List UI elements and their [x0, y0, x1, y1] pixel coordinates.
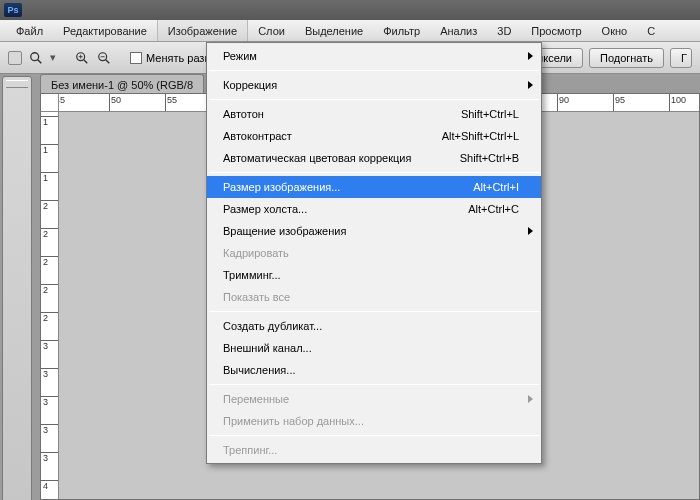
menu-выделение[interactable]: Выделение — [295, 20, 373, 41]
resize-windows-checkbox[interactable]: Менять разме — [130, 52, 218, 64]
menu-item[interactable]: Тримминг... — [207, 264, 541, 286]
menu-item[interactable]: Размер холста...Alt+Ctrl+C — [207, 198, 541, 220]
toolbox-grip[interactable] — [6, 80, 28, 88]
menu-item[interactable]: Создать дубликат... — [207, 315, 541, 337]
toolbox — [2, 76, 32, 500]
truncated-button-label: Г — [681, 52, 687, 64]
ruler-v-label: 4 — [43, 481, 48, 491]
tool-brush[interactable] — [5, 258, 29, 280]
fit-screen-label: Подогнать — [600, 52, 653, 64]
menu-item[interactable]: АвтоконтрастAlt+Shift+Ctrl+L — [207, 125, 541, 147]
ruler-h-label: 45 — [59, 95, 65, 105]
menu-item-label: Внешний канал... — [223, 342, 519, 354]
tool-marquee[interactable] — [5, 114, 29, 136]
menu-item[interactable]: Режим — [207, 45, 541, 67]
menu-image-dropdown: РежимКоррекцияАвтотонShift+Ctrl+LАвтокон… — [206, 42, 542, 464]
ruler-v-label: 1 — [43, 117, 48, 127]
menu-окно[interactable]: Окно — [592, 20, 638, 41]
menu-слои[interactable]: Слои — [248, 20, 295, 41]
menu-item-shortcut: Shift+Ctrl+L — [461, 108, 519, 120]
menu-bar: ФайлРедактированиеИзображениеСлоиВыделен… — [0, 20, 700, 42]
ruler-v-label: 3 — [43, 453, 48, 463]
menu-separator — [209, 384, 539, 385]
menu-item: Показать все — [207, 286, 541, 308]
ruler-v-label: 3 — [43, 369, 48, 379]
ruler-v-label: 2 — [43, 285, 48, 295]
menu-item-label: Вращение изображения — [223, 225, 519, 237]
menu-item-label: Треппинг... — [223, 444, 519, 456]
menu-изображение[interactable]: Изображение — [157, 20, 248, 41]
menu-item-shortcut: Shift+Ctrl+B — [460, 152, 519, 164]
tool-gradient[interactable] — [5, 354, 29, 376]
menu-separator — [209, 311, 539, 312]
menu-item: Применить набор данных... — [207, 410, 541, 432]
ruler-h-label: 95 — [615, 95, 625, 105]
menu-3d[interactable]: 3D — [487, 20, 521, 41]
menu-фильтр[interactable]: Фильтр — [373, 20, 430, 41]
svg-point-0 — [31, 52, 39, 60]
menu-item-label: Коррекция — [223, 79, 519, 91]
menu-item-label: Размер изображения... — [223, 181, 461, 193]
zoom-out-icon[interactable] — [96, 50, 112, 66]
menu-item[interactable]: АвтотонShift+Ctrl+L — [207, 103, 541, 125]
fit-screen-button[interactable]: Подогнать — [589, 48, 664, 68]
ruler-v-label: 1 — [43, 173, 48, 183]
ruler-corner — [41, 94, 59, 112]
document-tab[interactable]: Без имени-1 @ 50% (RGB/8 — [40, 74, 204, 94]
svg-line-3 — [84, 59, 88, 63]
tool-type[interactable] — [5, 450, 29, 472]
menu-item[interactable]: Автоматическая цветовая коррекцияShift+C… — [207, 147, 541, 169]
tool-dodge[interactable] — [5, 402, 29, 424]
tool-blur[interactable] — [5, 378, 29, 400]
ruler-v-label: 2 — [43, 201, 48, 211]
tool-crop[interactable] — [5, 186, 29, 208]
menu-item-label: Показать все — [223, 291, 519, 303]
ruler-v-label: 3 — [43, 341, 48, 351]
menu-separator — [209, 70, 539, 71]
menu-item: Треппинг... — [207, 439, 541, 461]
menu-item: Кадрировать — [207, 242, 541, 264]
menu-просмотр[interactable]: Просмотр — [521, 20, 591, 41]
ruler-h-label: 100 — [671, 95, 686, 105]
menu-item-label: Размер холста... — [223, 203, 456, 215]
ruler-vertical[interactable]: 111222223333344 — [41, 112, 59, 499]
truncated-button[interactable]: Г — [670, 48, 692, 68]
menu-item-shortcut: Alt+Shift+Ctrl+L — [442, 130, 519, 142]
menu-item[interactable]: Коррекция — [207, 74, 541, 96]
tool-history-brush[interactable] — [5, 306, 29, 328]
menu-редактирование[interactable]: Редактирование — [53, 20, 157, 41]
svg-line-1 — [38, 59, 42, 63]
tool-pen[interactable] — [5, 426, 29, 448]
app-badge: Ps — [4, 3, 22, 17]
menu-separator — [209, 172, 539, 173]
checkbox-icon — [130, 52, 142, 64]
menu-item-label: Автотон — [223, 108, 449, 120]
svg-line-7 — [106, 59, 110, 63]
tool-eyedropper[interactable] — [5, 210, 29, 232]
tool-stamp[interactable] — [5, 282, 29, 304]
menu-item[interactable]: Вычисления... — [207, 359, 541, 381]
tool-lasso[interactable] — [5, 138, 29, 160]
menu-файл[interactable]: Файл — [6, 20, 53, 41]
menu-item[interactable]: Размер изображения...Alt+Ctrl+I — [207, 176, 541, 198]
tool-healing[interactable] — [5, 234, 29, 256]
menu-item[interactable]: Вращение изображения — [207, 220, 541, 242]
ruler-v-label: 2 — [43, 229, 48, 239]
zoom-in-icon[interactable] — [74, 50, 90, 66]
options-handle[interactable] — [8, 51, 22, 65]
tool-eraser[interactable] — [5, 330, 29, 352]
ruler-v-label: 3 — [43, 425, 48, 435]
menu-с[interactable]: С — [637, 20, 665, 41]
menu-item-label: Создать дубликат... — [223, 320, 519, 332]
tool-wand[interactable] — [5, 162, 29, 184]
ruler-v-label: 2 — [43, 313, 48, 323]
menu-item[interactable]: Внешний канал... — [207, 337, 541, 359]
tool-move[interactable] — [5, 90, 29, 112]
menu-анализ[interactable]: Анализ — [430, 20, 487, 41]
tool-path-select[interactable] — [5, 474, 29, 496]
menu-item-label: Режим — [223, 50, 519, 62]
menu-item-label: Применить набор данных... — [223, 415, 519, 427]
menu-item-label: Вычисления... — [223, 364, 519, 376]
ruler-v-label: 1 — [43, 145, 48, 155]
ruler-h-label: 50 — [111, 95, 121, 105]
